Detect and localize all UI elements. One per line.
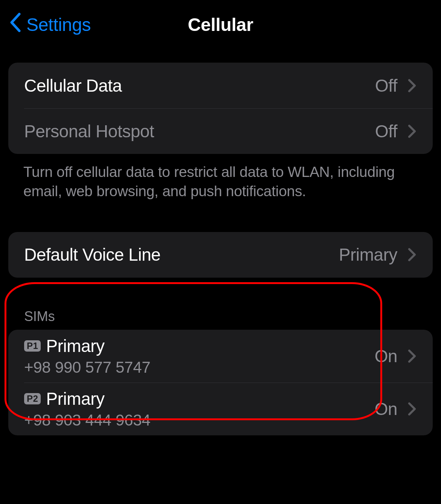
- section-header-sims: SIMs: [8, 309, 433, 330]
- sim-status: On: [375, 346, 397, 366]
- sim-info: P2 Primary +98 903 444 9634: [24, 389, 375, 429]
- row-cellular-data[interactable]: Cellular Data Off: [8, 63, 433, 108]
- group-cellular: Cellular Data Off Personal Hotspot Off: [8, 63, 433, 154]
- row-value: Off: [375, 121, 397, 141]
- back-button[interactable]: Settings: [9, 13, 91, 37]
- row-label: Default Voice Line: [24, 244, 339, 265]
- back-label: Settings: [26, 14, 91, 35]
- group-voice-line: Default Voice Line Primary: [8, 232, 433, 278]
- row-sim[interactable]: P1 Primary +98 990 577 5747 On: [8, 330, 433, 383]
- row-sim[interactable]: P2 Primary +98 903 444 9634 On: [8, 383, 433, 435]
- sim-badge: P2: [24, 393, 41, 404]
- sim-name: Primary: [46, 336, 104, 356]
- row-value: Primary: [339, 244, 397, 265]
- chevron-right-icon: [408, 402, 416, 416]
- row-personal-hotspot[interactable]: Personal Hotspot Off: [8, 108, 433, 154]
- group-sims: P1 Primary +98 990 577 5747 On P2 Primar…: [8, 330, 433, 435]
- chevron-right-icon: [408, 78, 416, 93]
- row-value: Off: [375, 75, 397, 96]
- sim-status: On: [375, 399, 397, 419]
- sim-name: Primary: [46, 389, 104, 409]
- group-footer-text: Turn off cellular data to restrict all d…: [8, 154, 433, 201]
- chevron-right-icon: [408, 349, 416, 363]
- row-label: Personal Hotspot: [24, 121, 375, 141]
- row-default-voice-line[interactable]: Default Voice Line Primary: [8, 232, 433, 278]
- sim-badge: P1: [24, 340, 41, 352]
- content: Cellular Data Off Personal Hotspot Off T…: [0, 49, 441, 435]
- chevron-right-icon: [408, 247, 416, 262]
- sim-info: P1 Primary +98 990 577 5747: [24, 336, 375, 376]
- row-label: Cellular Data: [24, 75, 375, 96]
- chevron-left-icon: [9, 13, 26, 37]
- nav-bar: Settings Cellular: [0, 0, 441, 49]
- page-title: Cellular: [188, 14, 253, 35]
- sim-phone-number: +98 903 444 9634: [24, 411, 375, 429]
- chevron-right-icon: [408, 124, 416, 138]
- sim-phone-number: +98 990 577 5747: [24, 358, 375, 376]
